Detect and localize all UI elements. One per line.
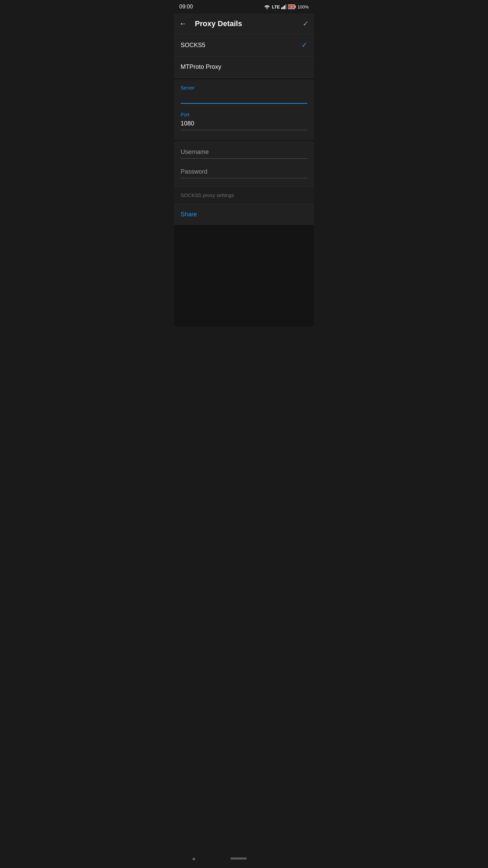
settings-info-text: SOCKS5 proxy settings [181,192,234,198]
proxy-type-mtproto[interactable]: MTProto Proxy [174,57,314,78]
svg-rect-2 [283,6,284,9]
svg-rect-1 [281,7,282,9]
svg-rect-4 [285,4,286,9]
password-field-group [181,167,307,178]
share-button[interactable]: Share [181,211,197,218]
status-bar: 09:00 LTE + 100% [174,0,314,14]
field-divider-1 [181,106,307,112]
proxy-type-socks5-label: SOCKS5 [181,42,205,49]
proxy-type-mtproto-label: MTProto Proxy [181,63,221,71]
empty-space [174,225,314,327]
battery-icon: + [288,4,296,9]
svg-rect-6 [295,6,296,8]
page-title: Proxy Details [195,19,242,28]
share-section[interactable]: Share [174,204,314,225]
app-bar-left: ← Proxy Details [179,17,242,31]
server-port-section: Server Port [174,78,314,140]
port-label: Port [181,112,307,117]
port-input[interactable] [181,119,307,130]
credentials-section [174,140,314,186]
status-icons: LTE + 100% [264,4,309,9]
proxy-type-socks5[interactable]: SOCKS5 ✓ [174,34,314,57]
proxy-type-section: SOCKS5 ✓ MTProto Proxy [174,34,314,78]
socks5-selected-icon: ✓ [301,41,307,50]
content-area: SOCKS5 ✓ MTProto Proxy Server Port [174,34,314,225]
password-input[interactable] [181,167,307,178]
server-input[interactable] [181,92,307,104]
lte-label: LTE [272,4,280,9]
svg-point-0 [266,8,267,9]
status-time: 09:00 [179,4,193,10]
svg-rect-3 [284,5,285,9]
username-field-group [181,147,307,159]
confirm-button[interactable]: ✓ [300,17,311,31]
svg-text:+: + [291,6,292,8]
settings-info-section: SOCKS5 proxy settings [174,186,314,204]
app-bar: ← Proxy Details ✓ [174,14,314,34]
server-field-group: Server [181,85,307,104]
field-divider-2 [181,161,307,167]
wifi-icon [264,4,270,9]
back-button[interactable]: ← [177,17,189,31]
server-label: Server [181,85,307,91]
battery-percent: 100% [298,4,309,9]
signal-icon [281,4,287,9]
username-input[interactable] [181,147,307,159]
port-field-group: Port [181,112,307,130]
